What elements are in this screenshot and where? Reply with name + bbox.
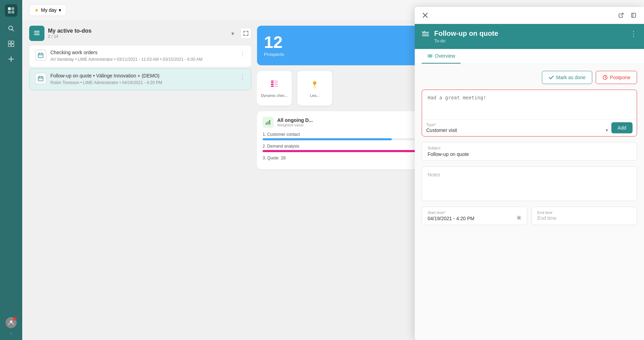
todo-panel: My active to-dos 2 / 14 ▾ [29,26,251,334]
svg-rect-25 [271,81,274,82]
svg-rect-16 [34,31,35,32]
svg-rect-6 [8,41,11,43]
postpone-button[interactable]: Postpone [596,71,637,84]
modal-external-link-button[interactable] [616,10,626,20]
sidebar: › [0,0,22,340]
todo-item-meta: Robin Toresson • LIME Administrator • 04… [50,80,235,86]
deal-bar [263,138,392,140]
grid-nav-icon[interactable] [5,38,17,50]
modal-menu-button[interactable]: ⋮ [630,30,637,38]
todo-list: Checking work orders Art Vandelay • LIME… [29,45,251,90]
mark-done-label: Mark as done [556,75,586,80]
start-time-field: Start time* 04/19/2021 - 4:20 PM [422,207,527,225]
modal-topbar [415,7,644,24]
svg-point-33 [313,81,316,85]
todo-item-meta: Art Vandelay • LIME Administrator • 03/1… [50,57,235,63]
todo-header: My active to-dos 2 / 14 ▾ [29,26,251,41]
svg-rect-40 [631,13,636,17]
search-nav-icon[interactable] [5,22,17,35]
deals-icon [263,117,274,128]
svg-point-34 [313,86,317,89]
tab-overview[interactable]: Overview [422,49,461,64]
todo-dropdown-icon[interactable]: ▾ [229,29,237,38]
svg-rect-28 [271,86,274,87]
dynamic-check-card[interactable]: Dynamic chec... [257,71,292,106]
end-time-label: End time [537,210,631,215]
subject-value: Follow-up on quote [422,150,637,160]
crm-logo [5,4,17,17]
add-note-button[interactable]: Add [611,122,633,133]
my-day-label: My day [41,7,57,13]
svg-rect-21 [38,77,43,81]
avatar[interactable] [6,317,17,328]
modal-subtitle: To-do [434,38,625,43]
lead-card[interactable]: Lea... [297,71,332,106]
sidebar-collapse-btn[interactable]: › [10,331,12,336]
modal-header: Follow-up on quote To-do ⋮ [415,24,644,49]
dynamic-check-label: Dynamic chec... [261,93,288,98]
end-time-field[interactable]: End time End time [531,207,637,225]
note-textarea[interactable] [422,90,637,118]
prospects-label: Prospects [264,52,437,57]
todo-item-more-icon[interactable]: ⋮ [239,73,246,81]
lead-label: Lea... [310,93,320,98]
star-icon: ★ [34,7,39,13]
type-select[interactable]: Customer visit Phone call Email [426,127,606,133]
chevron-down-icon: ▾ [59,7,61,13]
svg-rect-8 [8,44,11,47]
modal-topbar-actions [616,10,638,20]
subject-label: Subject [422,142,637,150]
modal-panel: Follow-up on quote To-do ⋮ Overview Mark… [415,7,644,340]
note-area: Type* Customer visit Phone call Email ▾ … [422,90,637,136]
my-day-button[interactable]: ★ My day ▾ [29,4,66,16]
todo-expand-button[interactable] [240,28,251,39]
prospects-count: 12 [264,33,437,52]
notification-badge [13,317,17,321]
modal-close-button[interactable] [420,10,430,20]
deals-header-text: All ongoing D... Weighted value: [277,117,313,127]
type-select-wrapper: Customer visit Phone call Email ▾ [426,127,608,133]
todo-item-more-icon[interactable]: ⋮ [239,50,246,57]
notes-field[interactable]: Notes [422,166,637,201]
svg-rect-37 [269,120,270,125]
add-nav-icon[interactable] [5,53,17,65]
tab-overview-label: Overview [435,53,455,59]
svg-rect-7 [11,41,14,43]
todo-item-content: Checking work orders Art Vandelay • LIME… [50,50,235,63]
svg-rect-2 [8,11,11,14]
checklist-icon [270,79,279,91]
modal-title: Follow-up on quote [434,30,625,38]
todo-icon [29,26,44,41]
svg-rect-29 [274,81,278,82]
deals-title: All ongoing D... [277,117,313,123]
todo-item-content: Follow-up on quote • Välinge Innovation … [50,73,235,86]
todo-item[interactable]: Checking work orders Art Vandelay • LIME… [29,45,251,67]
start-time-value: 04/19/2021 - 4:20 PM [428,215,521,221]
svg-rect-15 [34,34,40,35]
action-buttons: Mark as done Postpone [422,71,637,84]
modal-header-text: Follow-up on quote To-do [434,30,625,43]
svg-rect-14 [34,33,40,33]
sidebar-bottom: › [6,317,17,336]
start-time-label: Start time* [428,210,521,215]
svg-rect-31 [274,84,278,85]
postpone-label: Postpone [610,75,630,80]
svg-rect-9 [11,44,14,47]
deal-count: 28 [281,156,286,160]
mark-as-done-button[interactable]: Mark as done [542,71,592,84]
svg-rect-32 [274,86,278,87]
time-row: Start time* 04/19/2021 - 4:20 PM End tim… [422,207,637,225]
calendar-icon [35,50,46,61]
todo-item-title: Follow-up on quote • Välinge Innovation … [50,73,235,78]
note-type-label: Type* [426,123,608,127]
start-time-clear-button[interactable] [517,215,521,221]
modal-maximize-button[interactable] [629,10,638,20]
location-icon [310,79,320,91]
modal-body: Mark as done Postpone Type* Customer vis… [415,64,644,340]
svg-rect-3 [11,11,14,14]
todo-title: My active to-dos [48,28,225,34]
svg-rect-35 [266,123,267,125]
todo-item[interactable]: Follow-up on quote • Välinge Innovation … [29,68,251,90]
svg-rect-36 [267,121,269,125]
chevron-down-icon: ▾ [606,128,608,133]
